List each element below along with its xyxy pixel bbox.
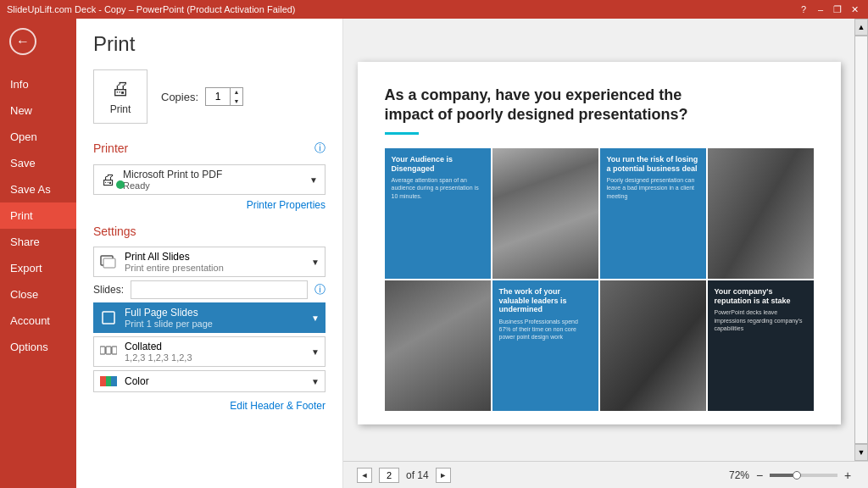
color-setting[interactable]: Color ▼ [93,370,326,392]
content-area: Print 🖨 Print Copies: 1 ▲ ▼ [76,19,868,488]
zoom-slider-track[interactable] [770,474,837,477]
sidebar-item-close[interactable]: Close [0,281,76,308]
total-pages-label: of 14 [406,469,429,481]
printer-ready-indicator [116,180,125,189]
svg-rect-6 [100,376,106,386]
full-page-slides-text: Full Page Slides Print 1 slide per page [125,307,304,329]
slides-input-row: Slides: ⓘ [93,280,326,299]
zoom-level-label: 72% [729,469,749,481]
slides-icon [99,255,118,269]
zoom-section: 72% − + [729,469,854,482]
full-page-icon [99,311,118,324]
prev-page-button[interactable]: ◄ [357,468,372,483]
print-btn-label: Print [110,103,131,115]
sidebar-item-info[interactable]: Info [0,71,76,97]
scroll-bottom-button[interactable]: ▼ [854,444,868,461]
slide-cell-1: Your Audience is Disengaged Average atte… [385,148,491,279]
back-icon: ← [9,28,36,55]
copies-spinners: ▲ ▼ [230,87,242,106]
cell-8-desc: PowerPoint decks leave impressions regar… [715,308,807,331]
zoom-thumb[interactable] [793,471,801,480]
edit-header-footer-link[interactable]: Edit Header & Footer [230,400,326,412]
cell-1-title: Your Audience is Disengaged [392,155,484,174]
current-page-input[interactable] [379,468,399,483]
sidebar-item-share[interactable]: Share [0,229,76,255]
svg-rect-3 [100,347,105,354]
scroll-top-button[interactable]: ▲ [854,19,868,36]
print-button-area: 🖨 Print Copies: 1 ▲ ▼ [93,69,326,124]
printer-info-icon[interactable]: ⓘ [314,141,326,156]
printer-status: Ready [123,180,303,191]
zoom-out-button[interactable]: − [753,469,766,482]
copies-field[interactable]: 1 [206,88,230,105]
printer-section-header: Printer ⓘ [93,141,326,156]
svg-rect-4 [106,347,111,354]
slides-input[interactable] [131,280,308,299]
app-body: ← Info New Open Save Save As Print Share… [0,19,868,488]
collated-setting[interactable]: Collated 1,2,3 1,2,3 1,2,3 ▼ [93,336,326,367]
title-bar: SlideUpLift.com Deck - Copy – PowerPoint… [0,0,868,19]
print-button[interactable]: 🖨 Print [93,69,147,124]
slide-cell-5 [385,280,491,411]
sidebar-item-new[interactable]: New [0,97,76,124]
copies-spin-down[interactable]: ▼ [231,97,242,106]
cell-6-title: The work of your valuable leaders is und… [499,287,592,314]
svg-rect-5 [112,347,117,354]
setting-2-arrow: ▼ [311,313,320,323]
sidebar-item-save[interactable]: Save [0,150,76,176]
restore-button[interactable]: ❐ [831,3,844,16]
preview-bottom-bar: ◄ of 14 ► 72% − + [343,461,868,488]
slide-cell-6: The work of your valuable leaders is und… [492,280,598,411]
full-page-slides-setting[interactable]: Full Page Slides Print 1 slide per page … [93,302,326,333]
preview-area: ▲ ▼ As a company, have you experienced t… [343,19,868,488]
slide-underline [385,132,419,135]
printer-properties-link[interactable]: Printer Properties [247,199,326,211]
zoom-in-button[interactable]: + [841,469,854,482]
printer-selector[interactable]: 🖨 Microsoft Print to PDF Ready ▼ [93,164,326,195]
setting-2-sub: Print 1 slide per page [125,319,304,329]
collated-icon [99,345,118,358]
edit-header-footer: Edit Header & Footer [93,399,326,412]
copies-spin-up[interactable]: ▲ [231,87,242,97]
setting-1-sub: Print entire presentation [125,263,304,273]
cell-6-desc: Business Professionals spend 67% of thei… [499,318,592,341]
setting-3-main: Collated [125,341,304,352]
sidebar-nav: Info New Open Save Save As Print Share E… [0,71,76,360]
cell-8-title: Your company's reputation is at stake [715,287,807,306]
window-controls: ? – ❐ ✕ [797,3,861,16]
printer-properties: Printer Properties [93,198,326,211]
printer-name: Microsoft Print to PDF [123,169,303,180]
setting-4-main: Color [125,375,304,387]
slide-cell-7 [600,280,706,411]
setting-3-arrow: ▼ [311,347,320,357]
settings-section: Settings Print All Slides Print entire p… [93,225,326,412]
sidebar-item-account[interactable]: Account [0,308,76,334]
print-all-slides-setting[interactable]: Print All Slides Print entire presentati… [93,247,326,277]
collated-text: Collated 1,2,3 1,2,3 1,2,3 [125,341,304,363]
slide-cell-8: Your company's reputation is at stake Po… [708,280,814,411]
copies-label: Copies: [161,91,198,103]
print-title: Print [93,32,326,56]
slide-grid: Your Audience is Disengaged Average atte… [385,148,814,411]
printer-dropdown-arrow: ▼ [309,175,318,185]
slide-container: As a company, have you experienced the i… [343,19,868,461]
slides-info-icon[interactable]: ⓘ [314,282,326,297]
print-panel: Print 🖨 Print Copies: 1 ▲ ▼ [76,19,343,488]
slide-cell-3: You run the risk of losing a potential b… [600,148,706,279]
sidebar-item-export[interactable]: Export [0,255,76,281]
setting-1-arrow: ▼ [311,258,320,267]
sidebar-item-save-as[interactable]: Save As [0,176,76,202]
next-page-button[interactable]: ► [436,468,451,483]
back-button[interactable]: ← [3,22,42,61]
scroll-track [854,36,868,444]
sidebar-item-options[interactable]: Options [0,334,76,360]
minimize-button[interactable]: – [814,3,827,16]
cell-3-title: You run the risk of losing a potential b… [607,155,699,174]
help-button[interactable]: ? [797,3,810,16]
color-icon [99,374,118,388]
sidebar-item-open[interactable]: Open [0,124,76,150]
sidebar-item-print[interactable]: Print [0,202,76,229]
setting-4-arrow: ▼ [311,377,320,386]
app-title: SlideUpLift.com Deck - Copy – PowerPoint… [7,4,296,14]
close-button[interactable]: ✕ [848,3,861,16]
